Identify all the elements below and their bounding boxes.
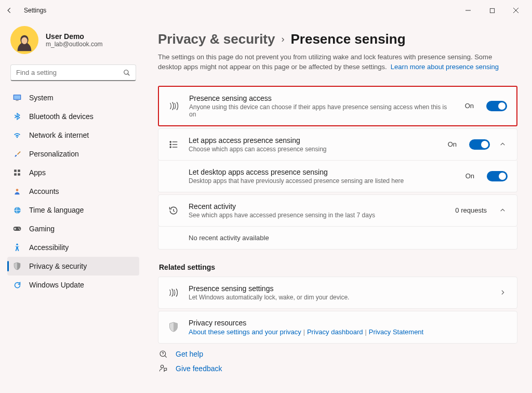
svg-rect-5 xyxy=(16,100,18,101)
clock-globe-icon xyxy=(12,206,22,214)
card-subtitle: See which apps have accessed presence se… xyxy=(189,212,446,219)
toggle-state: On xyxy=(465,102,474,110)
nav-time[interactable]: Time & language xyxy=(7,201,139,219)
svg-point-10 xyxy=(16,189,19,191)
page-description: The settings on this page do not prevent… xyxy=(158,53,511,72)
breadcrumb: Privacy & security › Presence sensing xyxy=(158,31,517,47)
toggle-apps-access[interactable] xyxy=(469,139,490,150)
request-count: 0 requests xyxy=(455,206,487,214)
card-title: Privacy resources xyxy=(189,319,508,327)
svg-point-18 xyxy=(170,147,171,148)
chevron-up-icon[interactable] xyxy=(499,141,508,148)
card-presence-settings[interactable]: Presence sensing settings Let Windows au… xyxy=(158,277,517,309)
card-presence-access[interactable]: Presence sensing access Anyone using thi… xyxy=(158,86,517,126)
nav-system[interactable]: System xyxy=(7,88,139,107)
maximize-button[interactable] xyxy=(480,3,504,18)
link-privacy-dashboard[interactable]: Privacy dashboard xyxy=(307,328,363,336)
search-field[interactable] xyxy=(16,69,123,76)
card-subtitle: Desktop apps that have previously access… xyxy=(189,177,456,185)
card-title: Let desktop apps access presence sensing xyxy=(189,168,456,176)
card-title: Presence sensing access xyxy=(189,94,456,102)
nav-update[interactable]: Windows Update xyxy=(7,276,139,294)
get-help-row[interactable]: Get help xyxy=(159,350,516,358)
brush-icon xyxy=(12,150,22,158)
update-icon xyxy=(12,281,22,289)
avatar xyxy=(10,26,38,54)
nav-accounts[interactable]: Accounts xyxy=(7,182,139,201)
svg-point-14 xyxy=(19,229,20,230)
nav-list: System Bluetooth & devices Network & int… xyxy=(7,88,139,294)
list-icon xyxy=(168,140,179,149)
back-button[interactable] xyxy=(4,7,15,14)
feedback-row[interactable]: Give feedback xyxy=(159,364,516,373)
history-icon xyxy=(168,206,179,215)
nav-privacy[interactable]: Privacy & security xyxy=(7,257,139,276)
svg-point-13 xyxy=(18,228,19,229)
toggle-desktop-apps[interactable] xyxy=(487,171,508,181)
card-privacy-resources: Privacy resources About these settings a… xyxy=(158,311,517,344)
svg-rect-7 xyxy=(18,169,20,172)
toggle-presence-access[interactable] xyxy=(486,101,507,111)
shield-icon xyxy=(12,262,22,270)
nav-gaming[interactable]: Gaming xyxy=(7,219,139,238)
related-label: Related settings xyxy=(159,263,517,271)
nav-bluetooth[interactable]: Bluetooth & devices xyxy=(7,107,139,126)
card-apps-access[interactable]: Let apps access presence sensing Choose … xyxy=(158,128,517,161)
shield-icon xyxy=(168,322,179,332)
chevron-right-icon xyxy=(499,289,508,296)
apps-icon xyxy=(12,169,22,176)
breadcrumb-parent[interactable]: Privacy & security xyxy=(158,31,275,47)
gaming-icon xyxy=(12,226,22,232)
bluetooth-icon xyxy=(12,112,22,121)
svg-point-16 xyxy=(170,141,171,142)
card-subtitle: Choose which apps can access presence se… xyxy=(189,146,438,153)
svg-point-20 xyxy=(161,365,163,368)
card-desktop-apps[interactable]: Let desktop apps access presence sensing… xyxy=(158,161,517,192)
title-bar: Settings xyxy=(0,0,532,21)
learn-more-link[interactable]: Learn more about presence sensing xyxy=(391,63,499,71)
card-title: Let apps access presence sensing xyxy=(189,136,438,145)
card-subtitle: Anyone using this device can choose if t… xyxy=(189,103,456,118)
nav-apps[interactable]: Apps xyxy=(7,163,139,182)
person-icon xyxy=(12,188,22,195)
get-help-link[interactable]: Get help xyxy=(176,350,203,358)
svg-rect-8 xyxy=(14,173,17,176)
link-about-settings[interactable]: About these settings and your privacy xyxy=(189,328,301,336)
minimize-button[interactable] xyxy=(456,3,480,18)
svg-rect-0 xyxy=(490,8,494,12)
toggle-state: On xyxy=(448,140,457,148)
nav-personalization[interactable]: Personalization xyxy=(7,145,139,163)
user-email: m_lab@outlook.com xyxy=(46,41,103,48)
help-icon xyxy=(159,350,168,358)
nav-network[interactable]: Network & internet xyxy=(7,126,139,145)
svg-rect-6 xyxy=(14,169,17,172)
card-subtitle: Let Windows automatically lock, wake, or… xyxy=(189,294,490,301)
search-icon xyxy=(123,69,130,76)
wifi-icon xyxy=(12,132,22,139)
presence-icon xyxy=(168,287,179,298)
feedback-icon xyxy=(159,364,168,373)
svg-point-2 xyxy=(124,70,128,74)
display-icon xyxy=(12,94,22,101)
card-title: Presence sensing settings xyxy=(189,284,490,293)
link-privacy-statement[interactable]: Privacy Statement xyxy=(369,328,424,336)
svg-point-17 xyxy=(170,144,171,145)
page-title: Presence sensing xyxy=(290,31,405,47)
feedback-link[interactable]: Give feedback xyxy=(176,364,222,373)
chevron-up-icon[interactable] xyxy=(499,207,508,214)
close-button[interactable] xyxy=(504,3,528,18)
svg-point-1 xyxy=(21,37,27,44)
toggle-state: On xyxy=(466,172,474,180)
nav-accessibility[interactable]: Accessibility xyxy=(7,238,139,257)
svg-point-15 xyxy=(16,243,18,245)
card-recent-empty: No recent activity available xyxy=(158,227,517,250)
card-recent-activity[interactable]: Recent activity See which apps have acce… xyxy=(158,194,517,227)
sidebar: User Demo m_lab@outlook.com System Bluet… xyxy=(0,21,145,393)
svg-rect-4 xyxy=(14,95,20,99)
profile-block[interactable]: User Demo m_lab@outlook.com xyxy=(10,26,139,54)
search-input[interactable] xyxy=(10,64,136,81)
empty-message: No recent activity available xyxy=(189,234,269,242)
svg-rect-9 xyxy=(18,173,20,176)
presence-icon xyxy=(168,101,180,111)
accessibility-icon xyxy=(12,243,22,252)
